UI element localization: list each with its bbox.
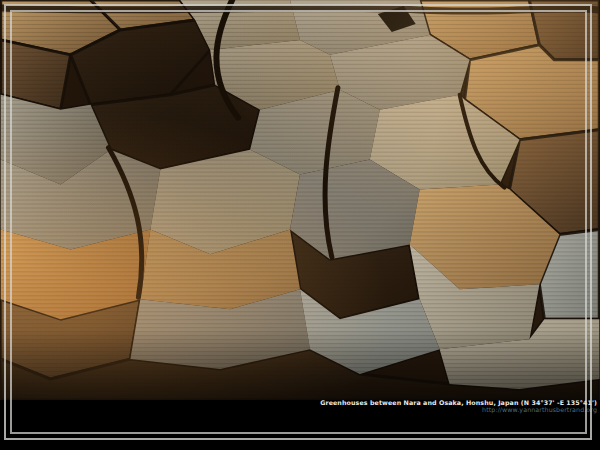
wallpaper-background: { "wallpaper": { "photo": { "description… bbox=[0, 0, 600, 450]
caption-title: Greenhouses between Nara and Osaka, Hons… bbox=[320, 399, 597, 406]
caption-url: http://www.yannarthusbertrand.org bbox=[320, 406, 597, 413]
photo-caption: Greenhouses between Nara and Osaka, Hons… bbox=[320, 399, 597, 413]
photo-artwork bbox=[0, 0, 600, 400]
greenhouses-aerial-photo bbox=[0, 0, 600, 400]
